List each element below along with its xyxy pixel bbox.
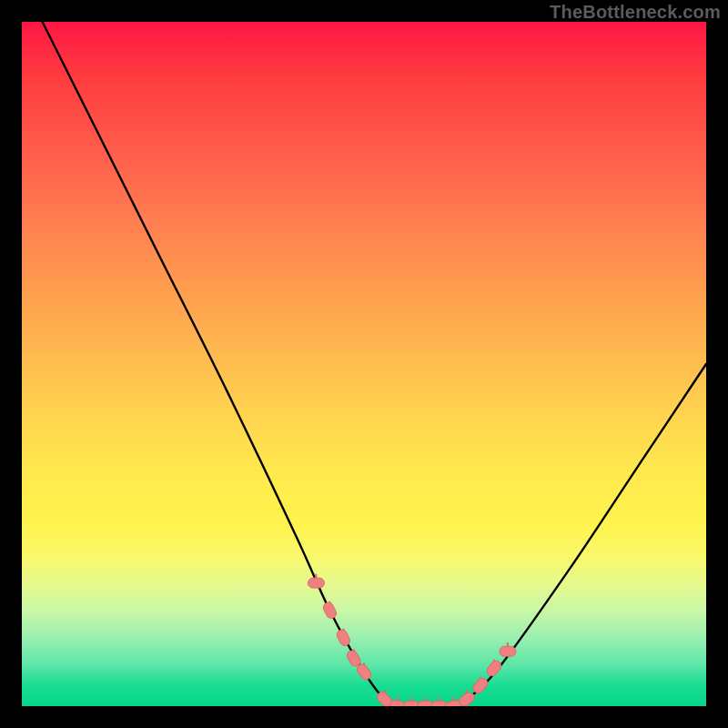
data-marker — [308, 578, 324, 588]
data-marker — [500, 646, 516, 656]
data-marker — [485, 659, 503, 678]
data-marker — [335, 628, 351, 647]
bottleneck-curve — [43, 22, 706, 706]
data-marker — [471, 676, 490, 695]
chart-svg — [22, 22, 706, 706]
chart-frame — [22, 22, 706, 706]
marker-group — [308, 578, 516, 706]
watermark-text: TheBottleneck.com — [550, 2, 721, 23]
data-marker — [321, 601, 338, 620]
